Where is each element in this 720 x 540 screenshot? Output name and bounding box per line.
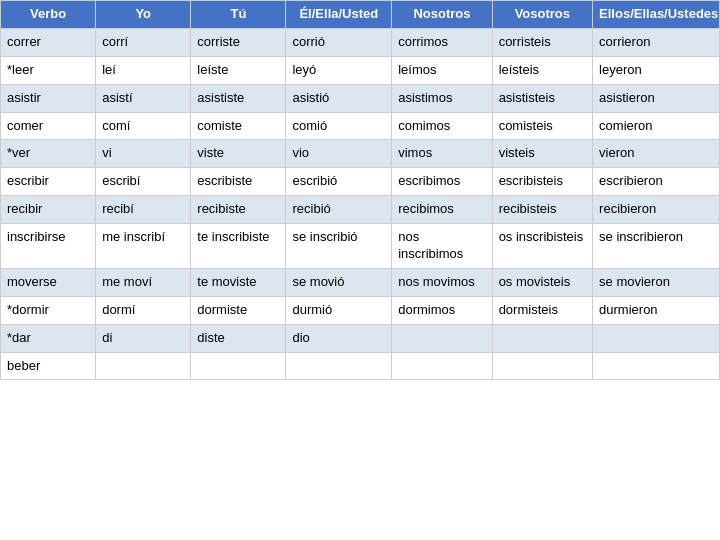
table-cell-4-3: vio (286, 140, 392, 168)
table-cell-7-0: inscribirse (1, 224, 96, 269)
table-cell-8-0: moverse (1, 268, 96, 296)
column-header-5: Vosotros (492, 1, 592, 29)
table-cell-4-2: viste (191, 140, 286, 168)
table-cell-2-5: asististeis (492, 84, 592, 112)
table-cell-7-2: te inscribiste (191, 224, 286, 269)
table-cell-11-0: beber (1, 352, 96, 380)
column-header-1: Yo (96, 1, 191, 29)
table-cell-1-4: leímos (392, 56, 492, 84)
table-cell-7-4: nos inscribimos (392, 224, 492, 269)
table-cell-8-2: te moviste (191, 268, 286, 296)
table-cell-4-4: vimos (392, 140, 492, 168)
column-header-6: Ellos/Ellas/Ustedes (593, 1, 720, 29)
table-cell-3-2: comiste (191, 112, 286, 140)
table-cell-8-4: nos movimos (392, 268, 492, 296)
table-cell-11-2 (191, 352, 286, 380)
table-cell-8-5: os movisteis (492, 268, 592, 296)
table-cell-5-5: escribisteis (492, 168, 592, 196)
table-cell-9-4: dormimos (392, 296, 492, 324)
table-row: inscribirseme inscribíte inscribistese i… (1, 224, 720, 269)
table-cell-6-0: recibir (1, 196, 96, 224)
table-cell-5-1: escribí (96, 168, 191, 196)
column-header-2: Tú (191, 1, 286, 29)
table-cell-1-0: *leer (1, 56, 96, 84)
table-cell-4-1: vi (96, 140, 191, 168)
table-cell-11-5 (492, 352, 592, 380)
table-cell-2-0: asistir (1, 84, 96, 112)
table-row: *dardidistedio (1, 324, 720, 352)
table-cell-5-4: escribimos (392, 168, 492, 196)
table-row: *vervivisteviovimosvisteisvieron (1, 140, 720, 168)
table-cell-9-3: durmió (286, 296, 392, 324)
table-cell-9-6: durmieron (593, 296, 720, 324)
table-cell-7-3: se inscribió (286, 224, 392, 269)
table-cell-10-4 (392, 324, 492, 352)
table-cell-10-6 (593, 324, 720, 352)
table-cell-2-1: asistí (96, 84, 191, 112)
table-cell-7-6: se inscribieron (593, 224, 720, 269)
table-row: *dormirdormídormistedurmiódormimosdormis… (1, 296, 720, 324)
table-row: corrercorrícorristecorriócorrimoscorrist… (1, 28, 720, 56)
table-cell-0-4: corrimos (392, 28, 492, 56)
table-row: beber (1, 352, 720, 380)
table-cell-3-6: comieron (593, 112, 720, 140)
table-cell-5-2: escribiste (191, 168, 286, 196)
table-cell-6-3: recibió (286, 196, 392, 224)
table-cell-11-1 (96, 352, 191, 380)
table-cell-6-4: recibimos (392, 196, 492, 224)
table-cell-1-5: leísteis (492, 56, 592, 84)
table-cell-6-2: recibiste (191, 196, 286, 224)
table-cell-6-5: recibisteis (492, 196, 592, 224)
table-cell-11-3 (286, 352, 392, 380)
table-cell-0-3: corrió (286, 28, 392, 56)
table-cell-2-2: asististe (191, 84, 286, 112)
table-cell-10-0: *dar (1, 324, 96, 352)
table-cell-7-1: me inscribí (96, 224, 191, 269)
table-cell-6-1: recibí (96, 196, 191, 224)
table-cell-1-3: leyó (286, 56, 392, 84)
table-row: asistirasistíasististeasistióasistimosas… (1, 84, 720, 112)
table-cell-1-1: leí (96, 56, 191, 84)
table-cell-0-1: corrí (96, 28, 191, 56)
table-cell-1-2: leíste (191, 56, 286, 84)
table-cell-9-2: dormiste (191, 296, 286, 324)
conjugation-table: VerboYoTúÉl/Ella/UstedNosotrosVosotrosEl… (0, 0, 720, 380)
table-cell-0-2: corriste (191, 28, 286, 56)
table-cell-6-6: recibieron (593, 196, 720, 224)
table-cell-4-0: *ver (1, 140, 96, 168)
table-cell-8-3: se movió (286, 268, 392, 296)
table-cell-3-3: comió (286, 112, 392, 140)
table-cell-2-3: asistió (286, 84, 392, 112)
column-header-0: Verbo (1, 1, 96, 29)
table-cell-3-5: comisteis (492, 112, 592, 140)
table-row: escribirescribíescribisteescribióescribi… (1, 168, 720, 196)
table-cell-10-3: dio (286, 324, 392, 352)
column-header-3: Él/Ella/Usted (286, 1, 392, 29)
table-cell-10-2: diste (191, 324, 286, 352)
table-cell-8-6: se movieron (593, 268, 720, 296)
table-cell-0-6: corrieron (593, 28, 720, 56)
table-cell-11-4 (392, 352, 492, 380)
table-row: recibirrecibírecibisterecibiórecibimosre… (1, 196, 720, 224)
table-cell-4-5: visteis (492, 140, 592, 168)
table-cell-9-0: *dormir (1, 296, 96, 324)
table-cell-9-5: dormisteis (492, 296, 592, 324)
table-cell-3-1: comí (96, 112, 191, 140)
table-cell-5-6: escribieron (593, 168, 720, 196)
table-cell-8-1: me moví (96, 268, 191, 296)
column-header-4: Nosotros (392, 1, 492, 29)
table-cell-5-3: escribió (286, 168, 392, 196)
table-row: *leerleíleísteleyóleímosleísteisleyeron (1, 56, 720, 84)
table-cell-11-6 (593, 352, 720, 380)
table-cell-5-0: escribir (1, 168, 96, 196)
table-cell-0-5: corristeis (492, 28, 592, 56)
table-cell-9-1: dormí (96, 296, 191, 324)
table-cell-0-0: correr (1, 28, 96, 56)
table-cell-2-4: asistimos (392, 84, 492, 112)
table-row: moverseme movíte movistese moviónos movi… (1, 268, 720, 296)
table-cell-4-6: vieron (593, 140, 720, 168)
table-cell-3-4: comimos (392, 112, 492, 140)
table-cell-10-1: di (96, 324, 191, 352)
table-cell-7-5: os inscribisteis (492, 224, 592, 269)
table-cell-3-0: comer (1, 112, 96, 140)
